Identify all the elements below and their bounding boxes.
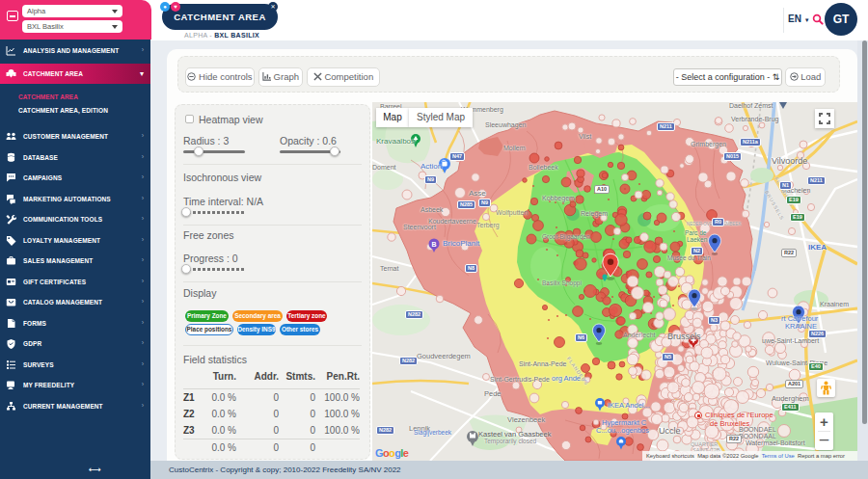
svg-text:B: B <box>431 241 436 248</box>
